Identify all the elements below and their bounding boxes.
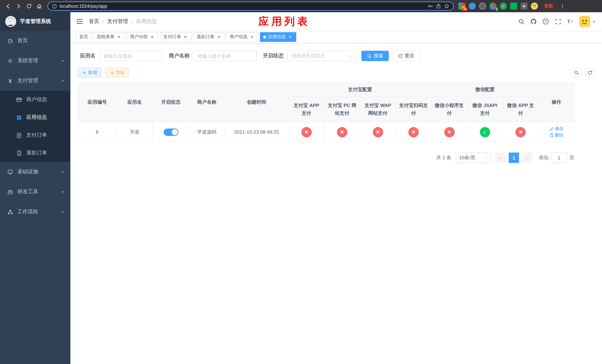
monitor-icon [7,169,13,175]
wx-app-status-icon: × [515,127,526,137]
sidebar-item-home[interactable]: 首页 [0,31,70,51]
close-icon[interactable]: × [183,34,188,39]
password-key-icon[interactable] [428,3,433,9]
sidebar-item-pay-order[interactable]: 支付订单 [0,126,70,144]
chevron-down-icon [61,170,65,174]
help-icon[interactable]: ? [542,18,549,25]
tab-pay-order[interactable]: 支付订单 × [160,32,191,42]
sidebar-item-workflow[interactable]: 工作流程 [0,202,70,222]
url-text[interactable]: localhost:1024/pay/app [60,3,425,9]
merchant-name-input[interactable] [193,51,257,61]
extension-face-icon[interactable] [531,3,538,10]
breadcrumb-payment[interactable]: 支付管理 [107,18,128,25]
fullscreen-icon[interactable] [555,18,561,25]
delete-button[interactable]: 删除 [549,132,564,138]
refresh-table-button[interactable] [585,68,595,77]
browser-home-icon[interactable] [34,1,44,11]
sidebar-item-payment[interactable]: ¥ 支付管理 [0,71,70,91]
user-menu[interactable] [579,16,596,27]
address-bar[interactable]: localhost:1024/pay/app [47,1,454,11]
tab-process-form[interactable]: 流程表单 × [93,32,125,42]
search-icon [367,54,372,58]
status-toggle[interactable] [163,128,178,136]
tab-home[interactable]: 首页 [76,32,91,42]
app-name-input[interactable] [99,51,163,61]
browser-menu-icon[interactable] [559,1,566,11]
col-wx-lite: 微信小程序支付 [431,97,467,122]
payment-submenu: 商户信息 应用信息 支付订单 [0,91,70,162]
tab-app-info[interactable]: 应用信息 × [260,32,296,42]
download-icon [110,70,114,75]
col-merchant-name: 商户名称 [189,83,225,122]
main-area: 首页 / 支付管理 / 应用信息 应用列表 ? [70,12,602,364]
page-number-button[interactable]: 1 [509,152,519,163]
extensions-tray: 10 1 ✓ [458,3,538,10]
close-icon[interactable]: × [288,34,293,39]
logo-image [5,16,16,27]
col-alipay-app: 支付宝 APP 支付 [289,97,324,122]
goto-page-input[interactable] [551,152,567,163]
sidebar-item-refund-order[interactable]: 退款订单 [0,144,70,162]
close-icon[interactable]: × [116,34,121,39]
export-button[interactable]: 导出 [106,68,129,77]
close-icon[interactable]: × [249,34,255,39]
toggle-search-button[interactable] [572,68,581,77]
close-icon[interactable]: × [216,34,221,39]
bookmark-star-icon[interactable] [444,3,450,9]
col-create-time: 创建时间 [225,83,289,122]
search-icon[interactable] [518,18,525,25]
tab-refund-order[interactable]: 退款订单 × [193,32,225,42]
extension-green-check-icon[interactable]: ✓ [500,3,507,10]
browser-back-icon[interactable] [3,1,13,11]
extension-profile-icon[interactable]: 1 [489,3,496,10]
sidebar: 芋道管理系统 首页 系统管理 ¥ 支付管理 [0,12,70,364]
breadcrumb-app-info: 应用信息 [136,18,157,25]
breadcrumb: 首页 / 支付管理 / 应用信息 [89,18,157,25]
dashboard-icon [7,38,13,43]
goto-page: 前往 页 [539,152,574,163]
plus-icon [82,70,87,75]
font-size-icon[interactable]: TT [567,18,573,25]
screen: localhost:1024/pay/app 10 1 ✓ [0,0,602,364]
page-title: 应用列表 [258,14,310,29]
chrome-update-button[interactable]: 更新 [541,2,557,10]
col-wx-app: 微信 APP 支付 [503,97,538,122]
edit-button[interactable]: 修改 [549,126,564,132]
browser-forward-icon[interactable] [13,1,24,11]
cell-merchant-name: 芋道源码 [189,122,225,142]
sidebar-item-devtools[interactable]: 研发工具 [0,182,70,202]
sidebar-item-infra[interactable]: 基础设施 [0,162,70,182]
share-icon[interactable] [436,3,441,9]
status-select[interactable]: 请选择开启状态 [287,51,357,61]
sidebar-item-system[interactable]: 系统管理 [0,51,70,71]
sidebar-item-merchant-info[interactable]: 商户信息 [0,91,70,108]
close-icon[interactable]: × [150,34,155,39]
col-alipay-qr: 支付宝扫码支付 [396,97,431,122]
hamburger-icon[interactable] [76,18,83,25]
refresh-icon [398,54,403,58]
reset-button[interactable]: 重置 [392,51,420,61]
site-info-icon[interactable] [52,3,57,9]
chevron-up-icon [61,78,65,83]
page-size-select[interactable]: 10条/页 [456,152,491,163]
extension-adblock-icon[interactable]: 10 [458,3,465,10]
add-button[interactable]: 新增 [78,68,101,77]
prev-page-button[interactable]: ‹ [495,152,506,163]
extension-blue-icon[interactable] [469,3,476,10]
app-name-label: 应用名 [80,53,96,59]
sidebar-item-app-info[interactable]: 应用信息 [0,108,70,126]
extension-dark-icon[interactable] [479,3,486,10]
app-container: 应用名 商户名称 开启状态 请选择开启状态 [70,43,602,364]
browser-refresh-icon[interactable] [24,1,34,11]
next-page-button[interactable]: › [522,152,532,163]
search-button[interactable]: 搜索 [361,51,389,61]
extension-pin-icon[interactable] [521,3,527,10]
sidebar-logo[interactable]: 芋道管理系统 [0,12,70,31]
extension-green-square-icon[interactable] [510,3,517,10]
tab-user-group[interactable]: 用户分组 × [127,32,158,42]
github-icon[interactable] [530,18,537,25]
tab-merchant-info[interactable]: 商户信息 × [226,32,258,42]
col-group-alipay: 支付宝配置 [289,83,431,97]
user-avatar[interactable] [579,16,590,27]
breadcrumb-home[interactable]: 首页 [89,18,99,25]
